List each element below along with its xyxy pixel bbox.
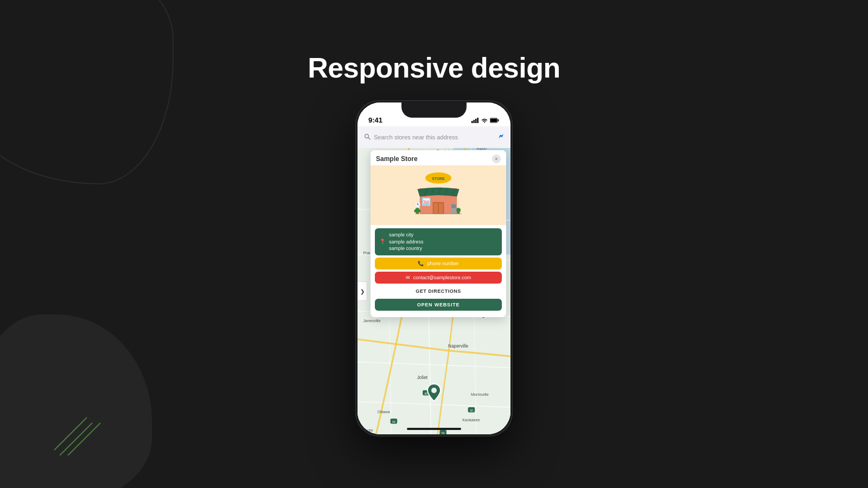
website-button[interactable]: OPEN WEBSITE <box>375 299 502 311</box>
map-background: 90 80 55 30 Ripon Fond du Lac Sheboygan … <box>358 148 510 434</box>
store-illustration: STORE <box>371 165 506 225</box>
home-indicator <box>407 428 461 430</box>
phone-mockup: 9:41 <box>355 100 513 436</box>
address-block: 📍 sample city sample address sample coun… <box>375 228 502 255</box>
battery-icon <box>490 118 500 124</box>
svg-rect-3 <box>471 121 473 123</box>
svg-rect-67 <box>415 213 462 214</box>
svg-point-41 <box>431 388 437 393</box>
svg-rect-8 <box>490 119 497 122</box>
status-icons <box>471 118 500 124</box>
svg-rect-5 <box>475 119 477 123</box>
map-area: 90 80 55 30 Ripon Fond du Lac Sheboygan … <box>358 148 510 434</box>
status-time: 9:41 <box>368 116 382 124</box>
phone-number-label: phone number <box>427 261 458 266</box>
svg-line-0 <box>54 418 87 450</box>
svg-text:55: 55 <box>442 432 445 434</box>
svg-rect-9 <box>498 119 499 121</box>
phone-frame: 9:41 <box>355 100 513 436</box>
svg-text:90: 90 <box>392 420 395 423</box>
svg-text:Morrisville: Morrisville <box>471 392 489 397</box>
svg-text:30: 30 <box>470 409 473 412</box>
directions-button[interactable]: GET DIRECTIONS <box>375 286 502 297</box>
page-title: Responsive design <box>308 52 560 84</box>
popup-header: Sample Store × <box>371 150 506 165</box>
email-address-label: contact@samplestore.com <box>413 275 471 280</box>
svg-rect-52 <box>439 203 443 214</box>
search-bar[interactable]: Search stores near this address <box>358 126 510 148</box>
svg-text:OPEN: OPEN <box>424 202 429 204</box>
svg-line-1 <box>60 423 92 455</box>
phone-icon: 📞 <box>418 261 424 266</box>
blob-decoration-top <box>0 0 174 184</box>
svg-text:Kankakee: Kankakee <box>462 418 480 422</box>
svg-point-64 <box>456 208 461 213</box>
svg-line-2 <box>68 423 100 455</box>
lines-decoration <box>54 412 108 455</box>
svg-rect-6 <box>477 118 479 123</box>
svg-point-10 <box>365 134 369 138</box>
svg-text:Janesville: Janesville <box>363 318 380 323</box>
email-icon: ✉ <box>406 275 410 280</box>
google-label: Google <box>361 428 373 432</box>
search-icon <box>364 132 371 142</box>
directions-label: GET DIRECTIONS <box>416 288 461 294</box>
wifi-icon <box>481 118 488 124</box>
search-input-placeholder: Search stores near this address <box>374 134 493 140</box>
sidebar-toggle[interactable]: ❯ <box>358 281 367 301</box>
svg-text:STORE: STORE <box>432 177 445 181</box>
map-marker <box>426 383 442 404</box>
svg-rect-66 <box>451 204 456 208</box>
svg-point-62 <box>418 210 420 213</box>
store-popup: Sample Store × STORE <box>371 150 506 317</box>
store-info: 📍 sample city sample address sample coun… <box>371 225 506 317</box>
svg-rect-4 <box>474 120 475 123</box>
address-text: sample city sample address sample countr… <box>389 232 424 252</box>
address-pin-icon: 📍 <box>379 239 386 245</box>
phone-notch <box>401 102 467 118</box>
popup-title: Sample Store <box>376 155 418 163</box>
phone-screen: 9:41 <box>358 102 510 434</box>
email-button[interactable]: ✉ contact@samplestore.com <box>375 272 502 284</box>
svg-rect-51 <box>433 203 438 214</box>
popup-close-button[interactable]: × <box>492 155 501 163</box>
store-image: STORE <box>406 168 471 222</box>
svg-text:Naperville: Naperville <box>448 343 468 349</box>
blob-decoration-bottom <box>0 314 152 488</box>
phone-button[interactable]: 📞 phone number <box>375 258 502 269</box>
svg-text:Joliet: Joliet <box>417 375 428 380</box>
svg-point-61 <box>414 210 417 213</box>
signal-icon <box>471 118 479 124</box>
location-icon <box>496 133 504 142</box>
svg-line-11 <box>368 138 370 139</box>
svg-text:Ottawa: Ottawa <box>378 409 391 414</box>
website-label: OPEN WEBSITE <box>417 302 460 307</box>
